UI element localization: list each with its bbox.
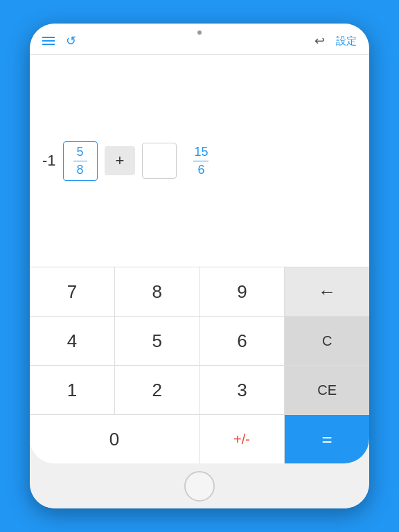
menu-icon[interactable] [42,37,55,45]
keypad-row-1: 7 8 9 ← [30,267,369,317]
key-8[interactable]: 8 [115,267,200,316]
keypad-row-2: 4 5 6 C [30,317,369,366]
key-plusminus[interactable]: +/- [200,415,285,463]
home-button[interactable] [184,471,215,502]
result-numerator: 15 [193,145,209,161]
top-bar: ↺ ↩ 設定 [30,24,369,55]
whole-number: -1 [42,152,56,170]
key-ce[interactable]: CE [285,366,369,414]
key-4[interactable]: 4 [30,317,115,365]
keypad-row-4: 0 +/- = [30,415,369,463]
result-denominator: 6 [197,161,204,177]
undo-icon[interactable]: ↩ [314,33,325,48]
keypad-row-3: 1 2 3 CE [30,366,369,415]
device-frame: ↺ ↩ 設定 -1 5 8 + 15 6 7 8 [30,24,369,508]
key-backspace[interactable]: ← [285,267,369,316]
refresh-icon[interactable]: ↺ [66,33,76,48]
key-equals[interactable]: = [285,415,369,463]
key-1[interactable]: 1 [30,366,115,414]
key-5[interactable]: 5 [115,317,200,365]
denominator: 8 [77,161,84,177]
result-input-box[interactable] [142,143,177,179]
key-9[interactable]: 9 [200,267,285,316]
key-3[interactable]: 3 [200,366,285,414]
key-0[interactable]: 0 [30,415,200,463]
expression-area: -1 5 8 + 15 6 [30,55,369,267]
device-bottom [30,463,369,508]
key-7[interactable]: 7 [30,267,115,316]
key-2[interactable]: 2 [115,366,200,414]
fraction-input[interactable]: 5 8 [63,141,98,181]
screen: ↺ ↩ 設定 -1 5 8 + 15 6 7 8 [30,24,369,463]
operator: + [105,146,136,175]
top-bar-left: ↺ [42,33,76,48]
key-6[interactable]: 6 [200,317,285,365]
key-clear[interactable]: C [285,317,369,365]
result-fraction: 15 6 [184,142,218,180]
settings-button[interactable]: 設定 [336,35,357,48]
keypad: 7 8 9 ← 4 5 6 C 1 2 3 CE 0 +/- [30,267,369,463]
numerator: 5 [73,145,87,161]
